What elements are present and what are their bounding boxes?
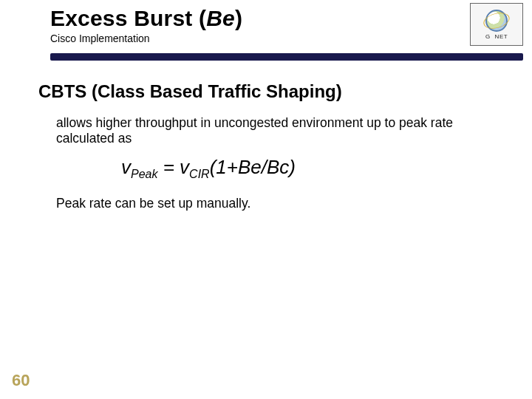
slide-title: Excess Burst (Be) [50, 6, 466, 31]
logo-inner: G NET [476, 8, 517, 41]
formula-eq: = [157, 156, 180, 178]
section-heading: CBTS (Class Based Traffic Shaping) [38, 81, 517, 102]
title-main: Excess Burst ( [50, 6, 206, 30]
slide: Excess Burst (Be) Cisco Implementation G… [0, 0, 532, 399]
title-close: ) [235, 6, 242, 30]
formula-sub2: CIR [189, 168, 210, 180]
globe-icon [485, 10, 508, 32]
header-divider [50, 53, 523, 61]
body-paragraph-2: Peak rate can be set up manually. [56, 196, 517, 211]
logo: G NET [470, 3, 523, 46]
formula-rest: (1+Be/Bc) [210, 156, 296, 178]
title-be: Be [206, 6, 235, 30]
header: Excess Burst (Be) Cisco Implementation [50, 6, 466, 44]
logo-text-left: G [485, 33, 491, 40]
formula: vPeak = vCIR(1+Be/Bc) [121, 156, 517, 181]
body-paragraph: allows higher throughput in uncongested … [56, 115, 510, 147]
page-number: 60 [12, 371, 30, 390]
slide-subtitle: Cisco Implementation [50, 33, 466, 44]
formula-v2: v [180, 156, 189, 178]
formula-sub1: Peak [131, 168, 157, 180]
logo-text: G NET [485, 33, 508, 40]
formula-v1: v [121, 156, 131, 178]
logo-text-right: NET [495, 33, 508, 40]
content: CBTS (Class Based Traffic Shaping) allow… [38, 81, 517, 211]
